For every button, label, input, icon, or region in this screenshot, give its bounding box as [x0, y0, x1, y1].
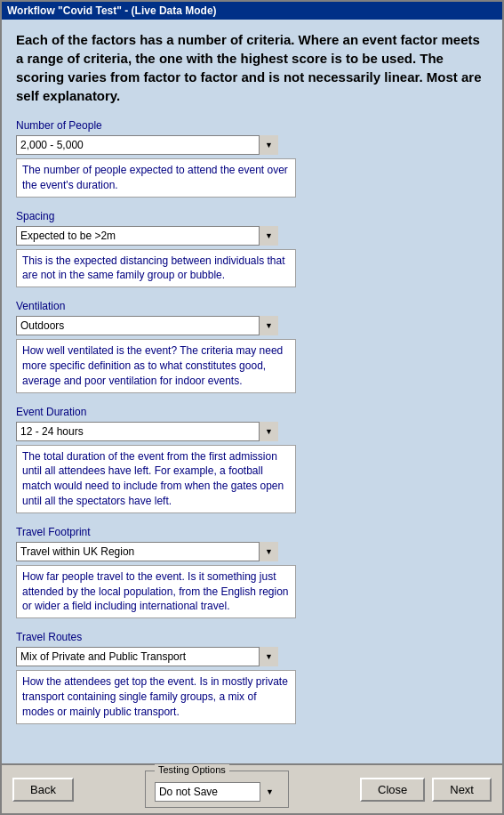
window-title: Workflow "Covid Test" - (Live Data Mode) [7, 4, 217, 17]
field-select-number-of-people[interactable]: 2,000 - 5,000Under 100100 - 500500 - 2,0… [16, 135, 278, 155]
field-group-spacing: SpacingExpected to be >2mLess than 1m1m … [16, 210, 488, 288]
field-description-ventilation: How well ventilated is the event? The cr… [16, 339, 296, 392]
field-select-wrapper-travel-routes: Mix of Private and Public TransportMainl… [16, 647, 278, 666]
field-select-wrapper-number-of-people: 2,000 - 5,000Under 100100 - 500500 - 2,0… [16, 135, 278, 155]
field-label-spacing: Spacing [16, 210, 488, 222]
footer-right: Close Next [360, 778, 492, 802]
intro-text: Each of the factors has a number of crit… [16, 30, 488, 105]
field-group-event-duration: Event Duration12 - 24 hoursUnder 2 hours… [16, 406, 488, 513]
field-select-ventilation[interactable]: OutdoorsGoodAveragePoor [16, 316, 278, 335]
field-select-wrapper-travel-footprint: Travel within UK RegionLocalNationalInte… [16, 542, 278, 561]
field-description-travel-routes: How the attendees get top the event. Is … [16, 670, 296, 723]
field-description-number-of-people: The number of people expected to attend … [16, 158, 296, 198]
next-button[interactable]: Next [432, 778, 492, 802]
field-description-spacing: This is the expected distancing between … [16, 249, 296, 288]
field-select-travel-footprint[interactable]: Travel within UK RegionLocalNationalInte… [16, 542, 278, 561]
field-select-wrapper-spacing: Expected to be >2mLess than 1m1m - 2m [16, 226, 278, 246]
field-label-travel-footprint: Travel Footprint [16, 526, 488, 538]
testing-options-box: Testing Options Do not SaveSaveSave and … [145, 771, 289, 808]
content-area: Each of the factors has a number of crit… [2, 20, 502, 763]
field-description-event-duration: The total duration of the event from the… [16, 445, 296, 513]
field-group-travel-footprint: Travel FootprintTravel within UK RegionL… [16, 526, 488, 618]
field-description-travel-footprint: How far people travel to the event. Is i… [16, 565, 296, 618]
main-window: Workflow "Covid Test" - (Live Data Mode)… [0, 0, 504, 815]
field-label-number-of-people: Number of People [16, 119, 488, 132]
footer-left: Back [12, 778, 74, 802]
field-select-wrapper-event-duration: 12 - 24 hoursUnder 2 hours2 - 6 hours6 -… [16, 422, 278, 441]
field-select-travel-routes[interactable]: Mix of Private and Public TransportMainl… [16, 647, 278, 666]
field-label-ventilation: Ventilation [16, 300, 488, 312]
field-group-number-of-people: Number of People2,000 - 5,000Under 10010… [16, 119, 488, 198]
title-bar: Workflow "Covid Test" - (Live Data Mode) [2, 2, 502, 20]
field-label-travel-routes: Travel Routes [16, 631, 488, 643]
close-button[interactable]: Close [360, 778, 425, 802]
testing-select-wrapper: Do not SaveSaveSave and Submit [155, 782, 279, 802]
testing-select[interactable]: Do not SaveSaveSave and Submit [155, 782, 279, 802]
field-group-ventilation: VentilationOutdoorsGoodAveragePoorHow we… [16, 300, 488, 392]
footer: Back Testing Options Do not SaveSaveSave… [2, 763, 502, 813]
field-label-event-duration: Event Duration [16, 406, 488, 418]
field-select-event-duration[interactable]: 12 - 24 hoursUnder 2 hours2 - 6 hours6 -… [16, 422, 278, 441]
field-group-travel-routes: Travel RoutesMix of Private and Public T… [16, 631, 488, 723]
back-button[interactable]: Back [12, 778, 74, 802]
field-select-spacing[interactable]: Expected to be >2mLess than 1m1m - 2m [16, 226, 278, 246]
testing-legend: Testing Options [155, 764, 229, 775]
fields-container: Number of People2,000 - 5,000Under 10010… [16, 119, 488, 724]
field-select-wrapper-ventilation: OutdoorsGoodAveragePoor [16, 316, 278, 335]
